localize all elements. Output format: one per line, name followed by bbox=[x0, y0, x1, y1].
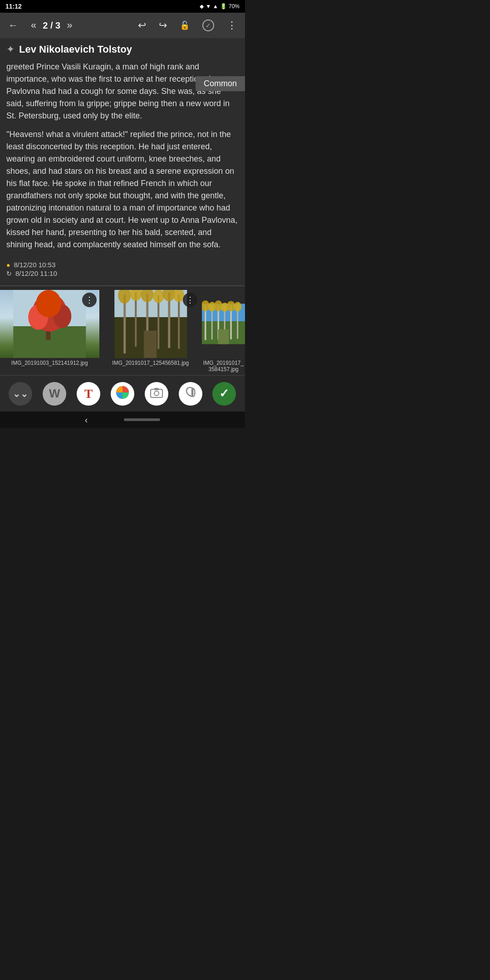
back-button[interactable]: ← bbox=[5, 18, 21, 33]
modified-timestamp: 8/12/20 11:10 bbox=[15, 270, 57, 277]
created-dot-icon: ● bbox=[6, 261, 10, 269]
attachment-button[interactable] bbox=[179, 382, 202, 406]
svg-rect-38 bbox=[151, 389, 162, 397]
svg-rect-14 bbox=[178, 294, 180, 349]
signal-icon: ▲ bbox=[213, 3, 218, 10]
svg-point-18 bbox=[153, 290, 164, 303]
svg-point-6 bbox=[36, 290, 61, 317]
svg-rect-36 bbox=[218, 329, 229, 344]
attachment-icon bbox=[184, 386, 197, 402]
word-processor-button[interactable]: W bbox=[43, 382, 66, 406]
font-button[interactable]: T bbox=[77, 382, 100, 406]
diamond-icon: ◆ bbox=[200, 3, 204, 10]
status-bar: 11:12 ◆ ▼ ▲ 🔋 70% bbox=[0, 0, 245, 13]
note-container: Common ✦ Lev Nikolaevich Tolstoy greeted… bbox=[0, 38, 245, 285]
image-2-menu-button[interactable]: ⋮ bbox=[183, 293, 197, 307]
status-icons: ◆ ▼ ▲ 🔋 70% bbox=[200, 3, 240, 10]
lock-button[interactable]: 🔓 bbox=[177, 19, 192, 32]
svg-rect-12 bbox=[157, 295, 159, 349]
image-2-filename: IMG_20191017_125456581.jpg bbox=[101, 358, 201, 366]
bottom-toolbar: ⌄⌄ W T bbox=[0, 375, 245, 412]
sync-icon: ↻ bbox=[6, 270, 12, 277]
image-item: IMG_20191017_3584157.jpg bbox=[202, 290, 245, 372]
status-time: 11:12 bbox=[5, 3, 22, 10]
modified-timestamp-row: ↻ 8/12/20 11:10 bbox=[6, 270, 239, 277]
svg-rect-21 bbox=[144, 331, 157, 358]
more-menu-button[interactable]: ⋮ bbox=[224, 18, 240, 33]
page-indicator: 2 / 3 bbox=[43, 20, 60, 31]
undo-icon: ↩ bbox=[138, 20, 146, 31]
common-tag[interactable]: Common bbox=[196, 76, 245, 91]
color-picker-button[interactable] bbox=[111, 382, 134, 406]
color-wheel-icon bbox=[115, 385, 130, 402]
toolbar-nav: « 2 / 3 » bbox=[28, 18, 128, 33]
svg-rect-40 bbox=[154, 388, 159, 390]
camera-icon bbox=[150, 386, 163, 402]
note-paragraph-2: "Heavens! what a virulent attack!" repli… bbox=[6, 128, 239, 251]
nav-bar: ‹ bbox=[0, 412, 245, 428]
redo-icon: ↪ bbox=[159, 20, 167, 31]
camera-button[interactable] bbox=[145, 382, 168, 406]
confirm-check-icon: ✓ bbox=[219, 387, 229, 401]
word-processor-icon: W bbox=[49, 387, 60, 401]
collapse-button[interactable]: ⌄⌄ bbox=[9, 382, 32, 406]
note-title: Lev Nikolaevich Tolstoy bbox=[19, 44, 132, 55]
note-paragraph-1: greeted Prince Vasili Kuragin, a man of … bbox=[6, 61, 239, 122]
chevron-double-right-icon: » bbox=[67, 20, 72, 31]
image-thumb-3[interactable] bbox=[202, 290, 245, 358]
font-icon: T bbox=[84, 387, 93, 401]
note-area: ✦ Lev Nikolaevich Tolstoy greeted Prince… bbox=[0, 38, 245, 285]
more-vert-icon: ⋮ bbox=[227, 20, 237, 31]
battery-icon: 🔋 bbox=[220, 3, 227, 10]
back-icon: ← bbox=[8, 20, 18, 31]
more-vert-icon: ⋮ bbox=[85, 295, 93, 305]
image-1-menu-button[interactable]: ⋮ bbox=[82, 293, 97, 307]
note-title-row: ✦ Lev Nikolaevich Tolstoy bbox=[6, 44, 239, 55]
checkmark-icon: ✓ bbox=[202, 20, 214, 31]
image-grid: ⋮ IMG_20191003_152141912.jpg bbox=[0, 286, 245, 375]
image-item: ⋮ IMG_20191003_152141912.jpg bbox=[0, 290, 99, 372]
image-3-filename: IMG_20191017_3584157.jpg bbox=[202, 358, 245, 372]
last-page-button[interactable]: » bbox=[64, 18, 75, 33]
first-page-button[interactable]: « bbox=[28, 18, 39, 33]
pin-icon: ✦ bbox=[6, 44, 15, 55]
timestamps: ● 8/12/20 10:53 ↻ 8/12/20 11:10 bbox=[6, 257, 239, 281]
lock-icon: 🔓 bbox=[180, 20, 190, 30]
image-1-filename: IMG_20191003_152141912.jpg bbox=[0, 358, 99, 366]
toolbar: ← « 2 / 3 » ↩ ↪ 🔓 ✓ ⋮ bbox=[0, 13, 245, 38]
image-item: ⋮ IMG_20191017_125456581.jpg bbox=[101, 290, 201, 372]
more-vert-icon: ⋮ bbox=[186, 295, 194, 305]
created-timestamp: 8/12/20 10:53 bbox=[14, 261, 55, 269]
collapse-icon: ⌄⌄ bbox=[13, 388, 28, 399]
redo-button[interactable]: ↪ bbox=[156, 18, 170, 33]
svg-point-39 bbox=[154, 391, 159, 396]
battery-percent: 70% bbox=[229, 3, 240, 10]
confirm-button[interactable]: ✓ bbox=[212, 382, 236, 406]
check-button[interactable]: ✓ bbox=[200, 18, 217, 33]
created-timestamp-row: ● 8/12/20 10:53 bbox=[6, 261, 239, 269]
nav-home-pill[interactable] bbox=[124, 418, 160, 421]
chevron-double-left-icon: « bbox=[31, 20, 36, 31]
wifi-icon: ▼ bbox=[206, 3, 211, 10]
nav-back-button[interactable]: ‹ bbox=[85, 415, 88, 425]
undo-button[interactable]: ↩ bbox=[135, 18, 149, 33]
svg-point-35 bbox=[234, 302, 242, 311]
